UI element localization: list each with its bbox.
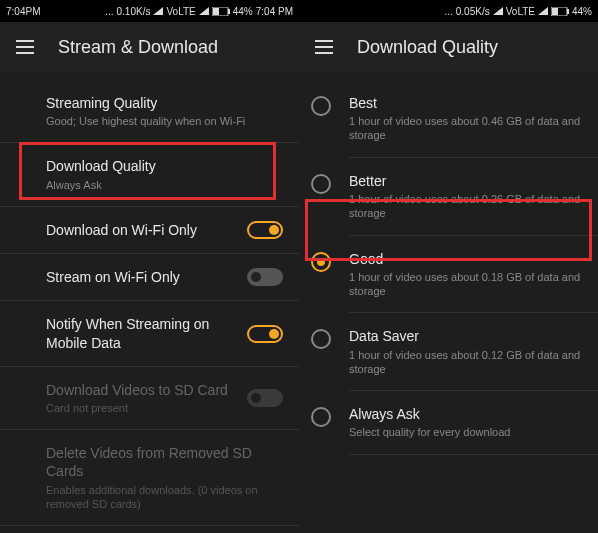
status-dots: ... xyxy=(105,6,113,17)
setting-title: Delete Videos from Removed SD Cards xyxy=(46,444,283,480)
setting-stream-wifi-only[interactable]: Stream on Wi-Fi Only xyxy=(0,254,299,301)
battery-icon xyxy=(212,7,230,16)
radio-better[interactable]: Better 1 hour of video uses about 0.26 G… xyxy=(299,158,598,235)
status-netspeed: 0.05K/s xyxy=(456,6,490,17)
radio-icon xyxy=(311,96,331,116)
status-time-right: 7:04 PM xyxy=(256,6,293,17)
setting-title: Download on Wi-Fi Only xyxy=(46,221,235,239)
radio-good[interactable]: Good 1 hour of video uses about 0.18 GB … xyxy=(299,236,598,313)
status-volte: VoLTE xyxy=(166,6,195,17)
status-time-left: 7:04PM xyxy=(6,6,40,17)
radio-icon-selected xyxy=(311,252,331,272)
svg-rect-4 xyxy=(552,8,558,15)
status-volte: VoLTE xyxy=(506,6,535,17)
signal-icon-2 xyxy=(199,7,209,15)
radio-title: Better xyxy=(349,172,582,190)
setting-sub: Card not present xyxy=(46,401,235,415)
setting-title: Stream on Wi-Fi Only xyxy=(46,268,235,286)
signal-icon xyxy=(153,7,163,15)
app-bar: Download Quality xyxy=(299,22,598,72)
radio-sub: 1 hour of video uses about 0.12 GB of da… xyxy=(349,348,582,377)
radio-icon xyxy=(311,329,331,349)
setting-sub: Good; Use highest quality when on Wi-Fi xyxy=(46,114,283,128)
status-bar: 7:04PM ... 0.10K/s VoLTE 44% 7:04 PM xyxy=(0,0,299,22)
divider xyxy=(349,454,598,455)
left-screen: 7:04PM ... 0.10K/s VoLTE 44% 7:04 PM Str… xyxy=(0,0,299,533)
radio-icon xyxy=(311,407,331,427)
toggle-notify-mobile[interactable] xyxy=(247,325,283,343)
setting-download-wifi-only[interactable]: Download on Wi-Fi Only xyxy=(0,207,299,254)
right-screen: ... 0.05K/s VoLTE 44% Download Quality B… xyxy=(299,0,598,533)
radio-title: Always Ask xyxy=(349,405,582,423)
signal-icon-2 xyxy=(538,7,548,15)
radio-sub: 1 hour of video uses about 0.46 GB of da… xyxy=(349,114,582,143)
page-title: Stream & Download xyxy=(58,37,218,58)
radio-sub: Select quality for every download xyxy=(349,425,582,439)
svg-rect-5 xyxy=(567,9,569,14)
battery-icon xyxy=(551,7,569,16)
setting-title: Notify When Streaming on Mobile Data xyxy=(46,315,235,351)
radio-title: Data Saver xyxy=(349,327,582,345)
svg-rect-1 xyxy=(213,8,219,15)
hamburger-icon[interactable] xyxy=(315,40,333,54)
status-battery: 44% xyxy=(572,6,592,17)
toggle-download-wifi[interactable] xyxy=(247,221,283,239)
status-bar: ... 0.05K/s VoLTE 44% xyxy=(299,0,598,22)
status-dots: ... xyxy=(444,6,452,17)
setting-download-quality[interactable]: Download Quality Always Ask xyxy=(0,143,299,206)
setting-sub: Enables additional downloads. (0 videos … xyxy=(46,483,283,512)
hamburger-icon[interactable] xyxy=(16,40,34,54)
signal-icon xyxy=(493,7,503,15)
radio-sub: 1 hour of video uses about 0.18 GB of da… xyxy=(349,270,582,299)
setting-sub: Always Ask xyxy=(46,178,283,192)
app-bar: Stream & Download xyxy=(0,22,299,72)
radio-icon xyxy=(311,174,331,194)
setting-streaming-quality[interactable]: Streaming Quality Good; Use highest qual… xyxy=(0,80,299,143)
radio-title: Good xyxy=(349,250,582,268)
setting-title: Download Videos to SD Card xyxy=(46,381,235,399)
radio-always-ask[interactable]: Always Ask Select quality for every down… xyxy=(299,391,598,453)
quality-options: Best 1 hour of video uses about 0.46 GB … xyxy=(299,72,598,533)
radio-best[interactable]: Best 1 hour of video uses about 0.46 GB … xyxy=(299,80,598,157)
radio-data-saver[interactable]: Data Saver 1 hour of video uses about 0.… xyxy=(299,313,598,390)
setting-delete-removed-sd: Delete Videos from Removed SD Cards Enab… xyxy=(0,430,299,526)
radio-sub: 1 hour of video uses about 0.26 GB of da… xyxy=(349,192,582,221)
setting-notify-mobile-data[interactable]: Notify When Streaming on Mobile Data xyxy=(0,301,299,366)
setting-title: Streaming Quality xyxy=(46,94,283,112)
toggle-download-sd xyxy=(247,389,283,407)
radio-title: Best xyxy=(349,94,582,112)
svg-rect-2 xyxy=(228,9,230,14)
toggle-stream-wifi[interactable] xyxy=(247,268,283,286)
status-battery: 44% xyxy=(233,6,253,17)
page-title: Download Quality xyxy=(357,37,498,58)
status-netspeed: 0.10K/s xyxy=(117,6,151,17)
settings-list: Streaming Quality Good; Use highest qual… xyxy=(0,72,299,533)
setting-title: Download Quality xyxy=(46,157,283,175)
setting-download-sd: Download Videos to SD Card Card not pres… xyxy=(0,367,299,430)
